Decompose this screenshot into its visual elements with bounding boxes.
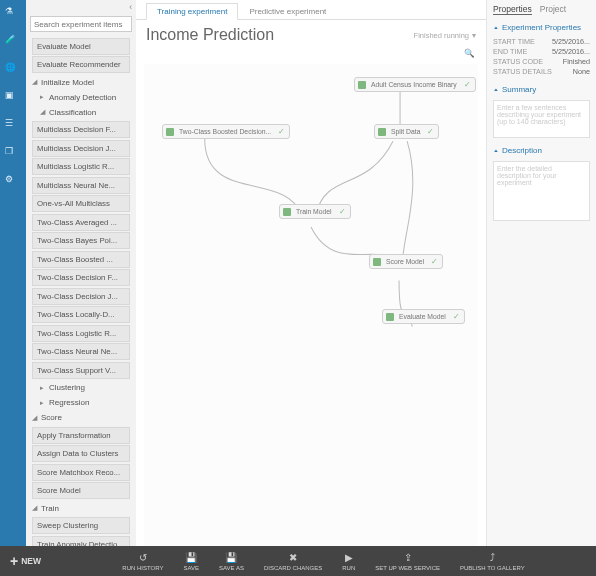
category-label: Score <box>41 413 62 422</box>
flask-icon[interactable]: ⚗ <box>5 6 21 22</box>
check-icon: ✓ <box>427 128 435 136</box>
left-rail: ⚗ 🧪 🌐 ▣ ☰ ❒ ⚙ <box>0 0 26 576</box>
module-icon <box>386 313 394 321</box>
module-item[interactable]: Multiclass Decision F... <box>32 121 130 138</box>
search-input[interactable] <box>30 16 132 32</box>
experiment-tabs: Training experiment Predictive experimen… <box>136 0 486 20</box>
palette-search <box>30 16 132 32</box>
summary-input[interactable]: Enter a few sentences describing your ex… <box>493 100 590 138</box>
module-item[interactable]: Two-Class Decision J... <box>32 288 130 305</box>
new-button[interactable]: + NEW <box>0 553 51 569</box>
bottombar-action[interactable]: ▶RUN <box>342 552 355 571</box>
book-icon[interactable]: ▣ <box>5 90 21 106</box>
node-boosted[interactable]: Two-Class Boosted Decision... ✓ <box>162 124 290 139</box>
action-icon: 💾 <box>225 552 237 564</box>
property-key: STATUS CODE <box>493 57 543 66</box>
module-item[interactable]: Two-Class Bayes Poi... <box>32 232 130 249</box>
node-dataset[interactable]: Adult Census Income Binary ✓ <box>354 77 476 92</box>
bottombar-action[interactable]: ✖DISCARD CHANGES <box>264 552 322 571</box>
description-input[interactable]: Enter the detailed description for your … <box>493 161 590 221</box>
module-item[interactable]: Two-Class Support V... <box>32 362 130 379</box>
bottombar-action[interactable]: ⇪SET UP WEB SERVICE <box>375 552 440 571</box>
action-label: DISCARD CHANGES <box>264 565 322 571</box>
check-icon: ✓ <box>431 258 439 266</box>
category-label: Classification <box>49 108 96 117</box>
module-item[interactable]: Multiclass Neural Ne... <box>32 177 130 194</box>
action-icon: ↺ <box>137 552 149 564</box>
module-item[interactable]: Assign Data to Clusters <box>32 445 130 462</box>
property-row: START TIME5/25/2016... <box>493 37 590 46</box>
category-item[interactable]: ▸Regression <box>28 395 134 410</box>
plus-icon: + <box>10 553 18 569</box>
module-item[interactable]: Two-Class Boosted ... <box>32 251 130 268</box>
chevron-down-icon[interactable]: ▾ <box>472 31 476 40</box>
module-item[interactable]: Sweep Clustering <box>32 517 130 534</box>
tab-properties[interactable]: Properties <box>493 4 532 15</box>
action-icon: ⤴ <box>486 552 498 564</box>
module-icon <box>378 128 386 136</box>
category-item[interactable]: ◢Classification <box>28 105 134 120</box>
bottombar-action[interactable]: 💾SAVE AS <box>219 552 244 571</box>
node-split[interactable]: Split Data ✓ <box>374 124 439 139</box>
module-item[interactable]: One-vs-All Multiclass <box>32 195 130 212</box>
section-experiment-props[interactable]: Experiment Properties <box>493 23 590 32</box>
module-item[interactable]: Evaluate Recommender <box>32 56 130 73</box>
check-icon: ✓ <box>464 81 472 89</box>
category-label: Anomaly Detection <box>49 93 116 102</box>
module-item[interactable]: Evaluate Model <box>32 38 130 55</box>
tab-project[interactable]: Project <box>540 4 566 15</box>
property-key: STATUS DETAILS <box>493 67 552 76</box>
node-train[interactable]: Train Model ✓ <box>279 204 351 219</box>
action-icon: ✖ <box>287 552 299 564</box>
section-summary[interactable]: Summary <box>493 85 590 94</box>
category-item[interactable]: ◢Initialize Model <box>28 75 134 90</box>
module-item[interactable]: Two-Class Neural Ne... <box>32 343 130 360</box>
category-label: Train <box>41 504 59 513</box>
category-label: Initialize Model <box>41 78 94 87</box>
action-label: RUN HISTORY <box>122 565 163 571</box>
property-row: STATUS DETAILSNone <box>493 67 590 76</box>
module-item[interactable]: Multiclass Logistic R... <box>32 158 130 175</box>
category-label: Clustering <box>49 383 85 392</box>
search-canvas-icon[interactable]: 🔍 <box>462 46 476 60</box>
bottombar-action[interactable]: ⤴PUBLISH TO GALLERY <box>460 552 525 571</box>
cube-icon[interactable]: ❒ <box>5 146 21 162</box>
category-item[interactable]: ▸Clustering <box>28 380 134 395</box>
module-item[interactable]: Two-Class Logistic R... <box>32 325 130 342</box>
property-value: Finished <box>563 57 590 66</box>
beaker-icon[interactable]: 🧪 <box>5 34 21 50</box>
action-icon: 💾 <box>185 552 197 564</box>
tab-training[interactable]: Training experiment <box>146 3 238 20</box>
module-item[interactable]: Multiclass Decision J... <box>32 140 130 157</box>
category-item[interactable]: ◢Train <box>28 501 134 516</box>
collapse-icon[interactable]: ‹ <box>129 2 132 12</box>
bottombar-action[interactable]: 💾SAVE <box>183 552 199 571</box>
check-icon: ✓ <box>339 208 347 216</box>
globe-icon[interactable]: 🌐 <box>5 62 21 78</box>
module-item[interactable]: Two-Class Decision F... <box>32 269 130 286</box>
category-label: Regression <box>49 398 89 407</box>
action-icon: ⇪ <box>402 552 414 564</box>
module-item[interactable]: Score Model <box>32 482 130 499</box>
module-item[interactable]: Apply Transformation <box>32 427 130 444</box>
node-score[interactable]: Score Model ✓ <box>369 254 443 269</box>
module-icon <box>373 258 381 266</box>
node-evaluate[interactable]: Evaluate Model ✓ <box>382 309 465 324</box>
section-description[interactable]: Description <box>493 146 590 155</box>
palette-body[interactable]: Evaluate ModelEvaluate Recommender◢Initi… <box>26 36 136 576</box>
settings-icon[interactable]: ⚙ <box>5 174 21 190</box>
bottombar-action[interactable]: ↺RUN HISTORY <box>122 552 163 571</box>
module-item[interactable]: Two-Class Locally-D... <box>32 306 130 323</box>
module-item[interactable]: Two-Class Averaged ... <box>32 214 130 231</box>
category-item[interactable]: ◢Score <box>28 410 134 425</box>
canvas-area: Training experiment Predictive experimen… <box>136 0 486 576</box>
module-item[interactable]: Score Matchbox Reco... <box>32 464 130 481</box>
tab-predictive[interactable]: Predictive experiment <box>238 3 337 19</box>
module-icon <box>166 128 174 136</box>
category-item[interactable]: ▸Anomaly Detection <box>28 90 134 105</box>
gear-icon[interactable]: ☰ <box>5 118 21 134</box>
property-row: STATUS CODEFinished <box>493 57 590 66</box>
experiment-canvas[interactable]: Adult Census Income Binary ✓ Two-Class B… <box>144 64 478 568</box>
property-key: START TIME <box>493 37 535 46</box>
bottom-bar: + NEW ↺RUN HISTORY💾SAVE💾SAVE AS✖DISCARD … <box>0 546 596 576</box>
